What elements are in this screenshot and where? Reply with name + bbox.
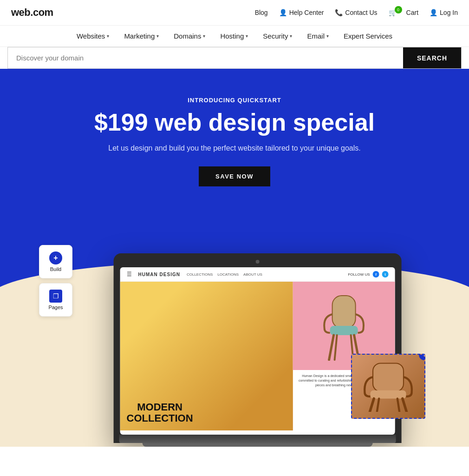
nav-item-security[interactable]: Security ▾	[263, 32, 292, 40]
account-icon: 👤	[430, 9, 437, 16]
tool-buttons: + Build ❐ Pages	[39, 245, 72, 317]
chevron-down-icon: ▾	[326, 33, 329, 39]
hamburger-icon: ☰	[127, 271, 132, 278]
screen-nav: ☰ HUMAN DESIGN COLLECTIONS LOCATIONS ABO…	[120, 267, 395, 282]
screen-nav-links: COLLECTIONS LOCATIONS ABOUT US	[187, 272, 262, 277]
hero-cta-button[interactable]: SAVE NOW	[199, 166, 270, 186]
svg-rect-6	[373, 364, 404, 392]
main-nav: Websites ▾ Marketing ▾ Domains ▾ Hosting…	[0, 26, 469, 47]
twitter-icon: t	[382, 271, 389, 278]
sofa-overlay: MODERNCOLLECTION	[120, 282, 293, 430]
nav-item-domains[interactable]: Domains ▾	[174, 32, 205, 40]
svg-line-8	[370, 399, 374, 412]
cart-badge: 0	[395, 6, 402, 13]
svg-rect-0	[332, 296, 356, 328]
nav-item-marketing[interactable]: Marketing ▾	[124, 32, 159, 40]
pages-icon: ❐	[49, 290, 62, 303]
search-button[interactable]: SEARCH	[403, 47, 461, 68]
screen-link-locations: LOCATIONS	[217, 272, 239, 277]
cart-wrap: 🛒 0	[389, 9, 404, 16]
svg-rect-1	[330, 326, 358, 335]
screen-left-panel: MODERNCOLLECTION	[120, 282, 293, 430]
plus-icon: +	[49, 251, 62, 264]
blog-link[interactable]: Blog	[255, 9, 268, 16]
svg-line-11	[397, 399, 399, 412]
hero-bottom: + Build ❐ Pages ☰ HUMAN DESIGN	[11, 214, 458, 447]
pages-button[interactable]: ❐ Pages	[39, 283, 72, 317]
nav-item-email[interactable]: Email ▾	[307, 32, 329, 40]
hero-subtitle: Let us design and build you the perfect …	[11, 144, 458, 152]
nav-item-websites[interactable]: Websites ▾	[77, 32, 109, 40]
top-bar: web.com Blog 👤 Help Center 📞 Contact Us …	[0, 0, 469, 26]
svg-rect-7	[371, 390, 406, 399]
screen-link-collections: COLLECTIONS	[187, 272, 213, 277]
logo: web.com	[11, 7, 53, 19]
thumbnail-chair-svg	[360, 361, 416, 412]
svg-line-4	[335, 335, 337, 360]
svg-line-9	[403, 399, 407, 412]
help-center-link[interactable]: 👤 Help Center	[279, 9, 324, 16]
screen-link-about: ABOUT US	[243, 272, 262, 277]
hero-title: $199 web design special	[11, 109, 458, 136]
screen-brand: HUMAN DESIGN	[138, 272, 180, 277]
search-input[interactable]	[8, 47, 403, 68]
thumbnail-inner	[352, 355, 424, 418]
facebook-icon: f	[373, 271, 379, 278]
person-icon: 👤	[279, 9, 287, 16]
laptop-foot	[143, 443, 373, 447]
domain-search-bar: SEARCH	[7, 47, 462, 69]
hero-eyebrow: INTRODUCING QUICKSTART	[11, 97, 458, 104]
svg-line-2	[329, 335, 334, 360]
build-button[interactable]: + Build	[39, 245, 72, 278]
chevron-down-icon: ▾	[246, 33, 248, 39]
screen-follow: FOLLOW US f t	[348, 271, 388, 278]
svg-line-10	[377, 399, 379, 412]
collection-text: MODERNCOLLECTION	[127, 402, 193, 424]
hero-section: INTRODUCING QUICKSTART $199 web design s…	[0, 69, 469, 447]
laptop-base	[119, 435, 396, 443]
floating-chair-thumbnail: +	[351, 354, 425, 419]
chevron-down-icon: ▾	[156, 33, 159, 39]
contact-link[interactable]: 📞 Contact Us	[335, 9, 377, 16]
nav-item-hosting[interactable]: Hosting ▾	[220, 32, 248, 40]
chair-svg	[321, 291, 367, 361]
top-right-links: Blog 👤 Help Center 📞 Contact Us 🛒 0 Cart…	[255, 9, 458, 16]
cart-link[interactable]: 🛒 0 Cart	[389, 9, 418, 16]
nav-item-expert-services[interactable]: Expert Services	[344, 32, 392, 40]
chevron-down-icon: ▾	[203, 33, 205, 39]
login-link[interactable]: 👤 Log In	[430, 9, 458, 16]
chevron-down-icon: ▾	[107, 33, 109, 39]
chevron-down-icon: ▾	[290, 33, 292, 39]
phone-icon: 📞	[335, 9, 343, 16]
